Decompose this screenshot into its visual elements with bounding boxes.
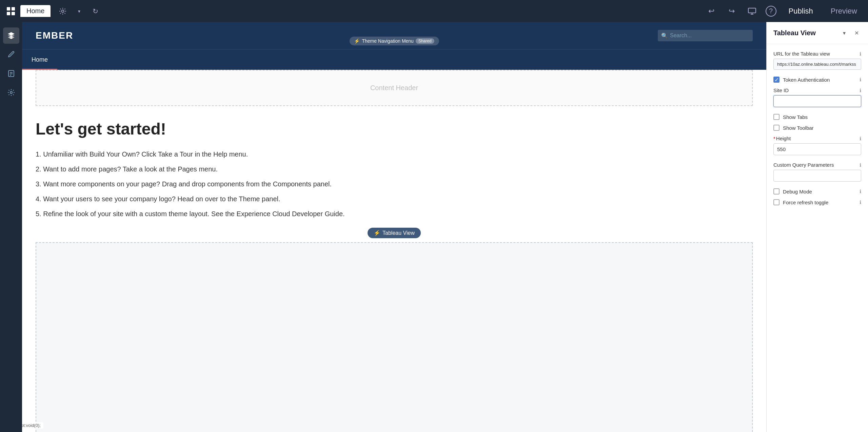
url-field-group: URL for the Tableau view ℹ https://10az.… xyxy=(773,51,861,70)
svg-point-4 xyxy=(62,10,64,12)
site-logo: EMBER xyxy=(36,30,73,41)
url-value: https://10az.online.tableau.com/t/markss xyxy=(773,59,861,70)
site-nav: ⚡ Theme Navigation Menu Shared Home xyxy=(22,49,766,70)
token-auth-label: Token Authentication xyxy=(783,77,830,83)
preview-button[interactable]: Preview xyxy=(825,4,863,18)
svg-rect-3 xyxy=(12,12,15,15)
help-icon[interactable]: ? xyxy=(766,6,776,17)
panel-body: URL for the Tableau view ℹ https://10az.… xyxy=(767,44,868,217)
home-tab[interactable]: Home xyxy=(20,5,51,17)
height-field-group: *Height ℹ xyxy=(773,136,861,155)
page-content: Let's get started! 1. Unfamiliar with Bu… xyxy=(22,106,766,219)
token-auth-checkbox[interactable]: ✓ xyxy=(773,77,780,83)
search-input[interactable] xyxy=(658,30,753,41)
debug-mode-row: Debug Mode ℹ xyxy=(773,188,861,194)
list-item: 3. Want more components on your page? Dr… xyxy=(36,179,753,189)
force-refresh-row: Force refresh toggle ℹ xyxy=(773,199,861,205)
site-id-input[interactable] xyxy=(773,95,861,107)
nav-pill-label: Theme Navigation Menu xyxy=(362,38,414,44)
site-id-info-icon[interactable]: ℹ xyxy=(860,88,861,93)
site-preview: EMBER 🔍 ⚡ Theme Navigation Menu Shared H… xyxy=(22,22,766,432)
show-tabs-label: Show Tabs xyxy=(783,114,808,120)
content-header-placeholder: Content Header xyxy=(370,84,418,91)
right-panel: Tableau View ▾ ✕ URL for the Tableau vie… xyxy=(766,22,868,432)
show-toolbar-label: Show Toolbar xyxy=(783,125,814,131)
panel-header: Tableau View ▾ ✕ xyxy=(767,22,868,44)
token-auth-row: ✓ Token Authentication ℹ xyxy=(773,77,861,83)
search-icon: 🔍 xyxy=(661,33,668,39)
list-item: 1. Unfamiliar with Build Your Own? Click… xyxy=(36,149,753,159)
token-auth-info-icon[interactable]: ℹ xyxy=(860,77,861,82)
debug-mode-checkbox[interactable] xyxy=(773,188,780,194)
force-refresh-info-icon[interactable]: ℹ xyxy=(860,200,861,205)
home-tab-label: Home xyxy=(26,7,44,15)
nav-pill[interactable]: ⚡ Theme Navigation Menu Shared xyxy=(349,37,439,45)
height-input[interactable] xyxy=(773,143,861,155)
top-bar: Home ▾ ↻ ↩ ↪ ? Publish Preview xyxy=(0,0,868,22)
nav-pill-badge: Shared xyxy=(416,38,434,44)
dropdown-icon[interactable]: ▾ xyxy=(72,4,86,18)
sidebar-item-edit[interactable] xyxy=(3,46,19,63)
display-icon[interactable] xyxy=(745,4,759,18)
list-item: 5. Refine the look of your site with a c… xyxy=(36,209,753,219)
nav-item-home[interactable]: Home xyxy=(22,51,57,70)
nav-item-home-label: Home xyxy=(32,56,48,63)
debug-mode-label: Debug Mode xyxy=(783,189,812,194)
list-item: 4. Want your users to see your company l… xyxy=(36,194,753,204)
settings-icon[interactable] xyxy=(56,4,70,18)
site-id-label: Site ID ℹ xyxy=(773,87,861,93)
redo-icon[interactable]: ↪ xyxy=(725,4,738,18)
page-list: 1. Unfamiliar with Build Your Own? Click… xyxy=(36,149,753,219)
sidebar-item-settings[interactable] xyxy=(3,84,19,101)
page-heading: Let's get started! xyxy=(36,120,753,138)
panel-dropdown-btn[interactable]: ▾ xyxy=(840,28,849,38)
height-info-icon[interactable]: ℹ xyxy=(860,136,861,141)
tableau-embed xyxy=(36,242,753,432)
height-field-label: *Height ℹ xyxy=(773,136,861,141)
force-refresh-label: Force refresh toggle xyxy=(783,200,828,205)
custom-query-info-icon[interactable]: ℹ xyxy=(860,162,861,168)
svg-rect-5 xyxy=(748,8,756,13)
panel-close-btn[interactable]: ✕ xyxy=(852,28,861,38)
list-item: 2. Want to add more pages? Take a look a… xyxy=(36,164,753,174)
main-canvas: EMBER 🔍 ⚡ Theme Navigation Menu Shared H… xyxy=(22,22,766,432)
tableau-pill[interactable]: ⚡ Tableau View xyxy=(368,228,421,238)
sidebar-item-components[interactable] xyxy=(3,27,19,44)
show-tabs-checkbox[interactable] xyxy=(773,114,780,120)
svg-rect-1 xyxy=(12,7,15,11)
content-header-zone: Content Header xyxy=(36,70,753,106)
debug-mode-info-icon[interactable]: ℹ xyxy=(860,189,861,194)
bolt-icon-2: ⚡ xyxy=(374,230,380,236)
site-id-field-group: Site ID ℹ xyxy=(773,87,861,107)
url-info-icon[interactable]: ℹ xyxy=(860,51,861,57)
show-toolbar-checkbox[interactable] xyxy=(773,125,780,131)
bolt-icon: ⚡ xyxy=(354,38,360,44)
panel-title: Tableau View xyxy=(773,29,816,37)
show-tabs-row: Show Tabs xyxy=(773,114,861,120)
custom-query-input[interactable] xyxy=(773,170,861,182)
tableau-pill-label: Tableau View xyxy=(382,230,415,236)
show-toolbar-row: Show Toolbar xyxy=(773,125,861,131)
svg-rect-2 xyxy=(7,12,10,15)
publish-button[interactable]: Publish xyxy=(783,4,818,18)
custom-query-label: Custom Query Parameters ℹ xyxy=(773,162,861,168)
grid-icon[interactable] xyxy=(5,6,16,17)
undo-icon[interactable]: ↩ xyxy=(705,4,718,18)
tableau-component-bar: ⚡ Tableau View xyxy=(22,224,766,242)
svg-rect-0 xyxy=(7,7,10,11)
left-sidebar xyxy=(0,22,22,432)
custom-query-field-group: Custom Query Parameters ℹ xyxy=(773,162,861,182)
sidebar-item-pages[interactable] xyxy=(3,65,19,82)
url-field-label: URL for the Tableau view ℹ xyxy=(773,51,861,57)
force-refresh-checkbox[interactable] xyxy=(773,199,780,205)
refresh-icon[interactable]: ↻ xyxy=(88,4,102,18)
svg-point-12 xyxy=(10,91,12,94)
